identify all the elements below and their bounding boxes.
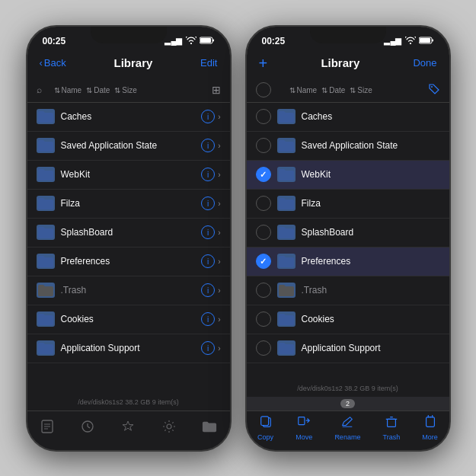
col-date-left[interactable]: ⇅ Date <box>86 86 110 94</box>
tag-icon-right[interactable] <box>428 83 440 97</box>
tab-folder-left[interactable] <box>202 419 217 438</box>
file-name-left-3: Filza <box>61 198 202 209</box>
folder-icon-left-3 <box>37 196 55 211</box>
info-btn-left-5[interactable]: i <box>201 254 215 268</box>
file-item-right-0[interactable]: Caches <box>247 103 449 132</box>
file-item-right-3[interactable]: Filza <box>247 190 449 219</box>
col-date-right[interactable]: ⇅ Date <box>321 86 345 94</box>
back-button-left[interactable]: ‹ Back <box>40 57 66 69</box>
info-btn-left-1[interactable]: i <box>201 139 215 152</box>
action-copy[interactable]: Copy <box>257 415 273 441</box>
edit-button-left[interactable]: Edit <box>200 57 217 69</box>
svg-rect-2 <box>200 38 211 43</box>
file-name-left-7: Cookies <box>61 314 202 324</box>
footer-path-right: /dev/disk0s1s2 38.2 GB 9 item(s) <box>247 382 449 397</box>
file-name-left-2: WebKit <box>61 169 202 180</box>
file-item-right-1[interactable]: Saved Application State <box>247 132 449 161</box>
toolbar-right: ⇅ Name ⇅ Date ⇅ Size <box>247 78 449 103</box>
file-item-left-0[interactable]: Caches i › <box>27 103 230 132</box>
file-item-right-2[interactable]: WebKit <box>247 161 449 190</box>
checkbox-right-5[interactable] <box>256 254 271 269</box>
svg-rect-1 <box>212 39 214 41</box>
tab-favorites-left[interactable] <box>120 419 136 438</box>
nav-title-left: Library <box>113 56 152 69</box>
sort-arrows-size-left: ⇅ <box>114 86 120 94</box>
file-item-left-8[interactable]: Application Support i › <box>27 334 230 363</box>
status-icons-right: ▂▄▆ <box>384 37 433 46</box>
checkbox-right-8[interactable] <box>256 340 271 356</box>
file-item-right-5[interactable]: Preferences <box>247 248 449 276</box>
file-item-right-8[interactable]: Application Support <box>247 334 449 363</box>
folder-tab-icon-left <box>202 419 217 438</box>
info-btn-left-6[interactable]: i <box>201 283 215 297</box>
folder-icon-right-5 <box>277 254 296 269</box>
file-item-right-7[interactable]: Cookies <box>247 305 449 334</box>
tab-recents-left[interactable] <box>80 419 95 438</box>
file-item-left-7[interactable]: Cookies i › <box>27 305 230 334</box>
folder-icon-right-1 <box>277 138 296 153</box>
file-item-left-5[interactable]: Preferences i › <box>27 248 230 276</box>
file-item-left-1[interactable]: Saved Application State i › <box>27 132 230 161</box>
col-name-right[interactable]: ⇅ Name <box>289 86 318 94</box>
sort-arrows-size-right: ⇅ <box>350 86 356 94</box>
checkbox-right-2[interactable] <box>256 167 271 182</box>
file-name-left-1: Saved Application State <box>61 140 202 151</box>
checkbox-right-1[interactable] <box>256 138 271 153</box>
svg-line-9 <box>88 426 90 428</box>
info-btn-left-7[interactable]: i <box>201 312 215 326</box>
checkbox-right-3[interactable] <box>256 196 271 211</box>
action-move[interactable]: Move <box>296 415 312 441</box>
file-name-right-2: WebKit <box>302 169 440 180</box>
file-name-right-4: SplashBoard <box>302 227 440 238</box>
search-icon-left[interactable]: ⌕ <box>37 85 42 95</box>
status-icons-left: ▂▄▆ <box>165 37 214 46</box>
col-name-left[interactable]: ⇅ Name <box>54 86 82 94</box>
chevron-left-4: › <box>218 228 220 237</box>
file-name-right-0: Caches <box>302 111 440 122</box>
checkbox-right-7[interactable] <box>256 311 271 327</box>
file-item-right-4[interactable]: SplashBoard <box>247 219 449 248</box>
info-btn-left-8[interactable]: i <box>201 341 215 355</box>
info-btn-left-2[interactable]: i <box>201 168 215 181</box>
tab-files-left[interactable] <box>40 419 55 438</box>
action-rename[interactable]: Rename <box>334 415 360 441</box>
settings-icon-left <box>161 419 177 438</box>
done-button-right[interactable]: Done <box>413 57 436 69</box>
file-item-left-3[interactable]: Filza i › <box>27 190 230 219</box>
time-left: 00:25 <box>43 36 66 46</box>
nav-title-right: Library <box>321 56 359 69</box>
folder-icon-left-6 <box>37 283 55 298</box>
grid-view-button-left[interactable]: ⊞ <box>212 84 221 96</box>
info-btn-left-0[interactable]: i <box>201 110 215 123</box>
tab-settings-left[interactable] <box>161 419 177 438</box>
checkbox-right-0[interactable] <box>256 109 271 124</box>
col-size-left[interactable]: ⇅ Size <box>114 86 136 94</box>
col-size-right[interactable]: ⇅ Size <box>350 86 372 94</box>
file-item-right-6[interactable]: .Trash <box>247 276 449 305</box>
file-name-right-6: .Trash <box>302 285 440 296</box>
checkbox-right-6[interactable] <box>256 283 271 298</box>
notch-left <box>91 27 167 43</box>
chevron-left-0: › <box>218 113 220 121</box>
move-icon <box>297 415 311 432</box>
action-trash[interactable]: Trash <box>383 415 401 441</box>
info-btn-left-4[interactable]: i <box>201 225 215 239</box>
more-icon <box>423 415 437 432</box>
file-item-left-6[interactable]: .Trash i › <box>27 276 230 305</box>
toolbar-left: ⌕ ⇅ Name ⇅ Date ⇅ Size ⊞ <box>27 78 230 103</box>
file-item-left-4[interactable]: SplashBoard i › <box>27 219 230 248</box>
move-label: Move <box>296 433 312 441</box>
file-name-left-0: Caches <box>61 111 202 122</box>
checkbox-right-4[interactable] <box>256 225 271 240</box>
files-icon-left <box>40 419 55 438</box>
add-button-right[interactable]: + <box>259 56 268 71</box>
file-item-left-2[interactable]: WebKit i › <box>27 161 230 190</box>
action-more[interactable]: More <box>422 415 438 441</box>
folder-icon-right-8 <box>277 340 296 356</box>
svg-point-14 <box>431 86 433 88</box>
chevron-left-2: › <box>218 171 220 179</box>
select-all-checkbox[interactable] <box>256 82 271 97</box>
signal-icon-right: ▂▄▆ <box>384 37 401 45</box>
favorites-icon-left <box>120 419 136 438</box>
info-btn-left-3[interactable]: i <box>201 196 215 210</box>
